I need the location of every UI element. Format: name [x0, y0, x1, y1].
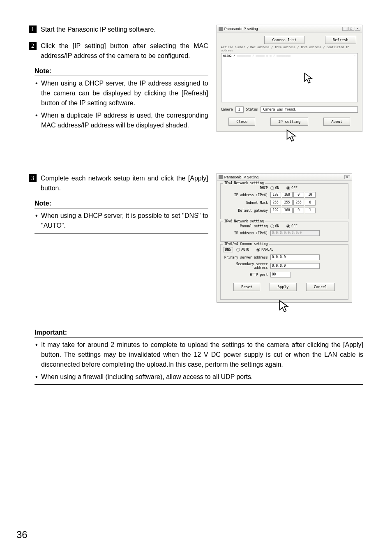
subnet-label: Subnet Mask — [223, 201, 270, 205]
step-2-num: 2 — [29, 42, 37, 50]
ip-setting-window: Panasonic IP Setting × IPv4 Network sett… — [217, 173, 352, 303]
camera-label: Camera — [221, 108, 233, 111]
table-row[interactable]: NS202 / ▬▬▬▬▬▬▬▬ / ▬▬▬▬▬ ▬ ▬ / ▬▬▬▬▬▬▬▬ … — [223, 54, 356, 58]
list-columns: Article number / MAC address / IPv4 addr… — [217, 46, 362, 53]
gw-octet[interactable]: 1 — [305, 208, 316, 213]
cursor-icon — [286, 129, 298, 143]
dns-label: DNS — [223, 247, 233, 252]
subnet-octet[interactable]: 255 — [293, 200, 304, 206]
ip-setting-button[interactable]: IP setting — [270, 118, 308, 126]
status-value: Camera was found. — [261, 106, 358, 113]
step-1-num: 1 — [29, 25, 37, 33]
subnet-octet[interactable]: 0 — [305, 200, 316, 206]
manual-label: Manual setting — [223, 224, 270, 228]
camera-count: 1 — [235, 106, 244, 113]
important-block: Important: It may take for around 2 minu… — [35, 329, 363, 385]
reset-button[interactable]: Reset — [233, 283, 260, 291]
step-3-text: Complete each network setup item and cli… — [41, 173, 208, 193]
group-label: IPv6/v4 Common setting — [223, 242, 269, 246]
close-button[interactable]: Close — [228, 118, 255, 126]
ip-octet[interactable]: 168 — [282, 192, 293, 198]
manual-label: MANUAL — [261, 248, 273, 252]
minimize-icon[interactable]: – — [342, 27, 348, 31]
dhcp-label: DHCP — [223, 186, 270, 190]
window-title: Panasonic IP setting — [224, 27, 258, 31]
group-label: IPv6 Network setting — [223, 220, 265, 223]
note-2: Note: When using a DHCP server, it is po… — [35, 200, 208, 233]
window-title: Panasonic IP Setting — [224, 175, 258, 179]
gw-octet[interactable]: 0 — [293, 208, 304, 213]
app-icon — [219, 175, 223, 179]
ipv6-address-field[interactable]: 0:0:0:0:0:0:0:0 — [270, 230, 320, 236]
maximize-icon[interactable]: □ — [348, 27, 354, 31]
on-label: ON — [275, 186, 279, 190]
page-number: 36 — [16, 529, 28, 541]
device-list[interactable]: NS202 / ▬▬▬▬▬▬▬▬ / ▬▬▬▬▬ ▬ ▬ / ▬▬▬▬▬▬▬▬ … — [221, 53, 358, 102]
cursor-icon — [304, 72, 314, 85]
row-id: NS202 / — [223, 54, 235, 58]
important-heading: Important: — [35, 329, 363, 337]
ipv6-group: IPv6 Network setting Manual setting ON O… — [220, 222, 348, 242]
ipv6-on-radio[interactable] — [270, 224, 274, 228]
dns-manual-radio[interactable] — [256, 248, 260, 252]
divider — [35, 384, 363, 385]
cursor-icon — [279, 300, 291, 314]
ipv6-address-label: IP address (IPv6) — [223, 231, 270, 235]
divider — [35, 133, 208, 133]
auto-label: AUTO — [241, 248, 249, 252]
camera-list-window: Panasonic IP setting – □ × Camera list R… — [217, 25, 362, 132]
secondary-dns-label: Secondary server address — [223, 262, 270, 270]
step-2: 2 Click the [IP setting] button after se… — [29, 41, 208, 61]
secondary-dns-field[interactable]: 0.0.0.0 — [270, 263, 320, 269]
step-1-text: Start the Panasonic IP setting software. — [41, 25, 156, 35]
window-titlebar: Panasonic IP Setting × — [217, 173, 352, 181]
ip-octet[interactable]: 10 — [305, 192, 316, 198]
ipv6-off-radio[interactable] — [286, 224, 290, 228]
gateway-label: Default gateway — [223, 209, 270, 213]
gw-octet[interactable]: 168 — [282, 208, 293, 213]
window-titlebar: Panasonic IP setting – □ × — [217, 25, 362, 32]
ip-octet[interactable]: 192 — [270, 192, 281, 198]
note-1: Note: When using a DHCP server, the IP a… — [35, 67, 208, 133]
close-icon[interactable]: × — [355, 27, 360, 31]
important-item: It may take for around 2 minutes to comp… — [35, 340, 363, 370]
dhcp-on-radio[interactable] — [270, 186, 274, 190]
note-2-heading: Note: — [35, 200, 208, 208]
common-group: IPv6/v4 Common setting DNS AUTO MANUAL P… — [220, 244, 348, 300]
on-label: ON — [275, 224, 279, 228]
app-icon — [219, 27, 223, 31]
divider — [35, 233, 208, 233]
status-label: Status — [246, 108, 258, 111]
ipv4-label: IP address (IPv4) — [223, 193, 270, 197]
group-label: IPv4 Network setting — [223, 181, 265, 185]
dhcp-off-radio[interactable] — [286, 186, 290, 190]
subnet-octet[interactable]: 255 — [282, 200, 293, 206]
note-1-item: When a duplicate IP address is used, the… — [35, 111, 208, 130]
step-3: 3 Complete each network setup item and c… — [29, 173, 208, 193]
ipv4-group: IPv4 Network setting DHCP ON OFF IP addr… — [220, 183, 348, 219]
http-port-field[interactable]: 80 — [270, 272, 291, 277]
note-2-item: When using a DHCP server, it is possible… — [35, 211, 208, 231]
off-label: OFF — [291, 224, 297, 228]
camera-list-button[interactable]: Camera list — [264, 36, 304, 44]
subnet-octet[interactable]: 255 — [270, 200, 281, 206]
off-label: OFF — [291, 186, 297, 190]
note-1-item: When using a DHCP server, the IP address… — [35, 79, 208, 108]
about-button[interactable]: About — [323, 118, 350, 126]
primary-dns-label: Primary server address — [223, 256, 270, 259]
row-dash: - — [354, 54, 355, 58]
close-icon[interactable]: × — [344, 175, 350, 179]
http-port-label: HTTP port — [223, 273, 270, 277]
refresh-button[interactable]: Refresh — [325, 36, 356, 44]
apply-button[interactable]: Apply — [270, 283, 296, 291]
step-2-text: Click the [IP setting] button after sele… — [41, 41, 208, 61]
primary-dns-field[interactable]: 0.0.0.0 — [270, 254, 320, 260]
step-1: 1 Start the Panasonic IP setting softwar… — [29, 25, 208, 35]
important-item: When using a firewall (including softwar… — [35, 372, 363, 382]
step-3-num: 3 — [29, 174, 37, 182]
dns-auto-radio[interactable] — [236, 248, 240, 252]
note-1-heading: Note: — [35, 67, 208, 76]
gw-octet[interactable]: 192 — [270, 208, 281, 213]
cancel-button[interactable]: Cancel — [306, 283, 335, 291]
ip-octet[interactable]: 0 — [293, 192, 304, 198]
